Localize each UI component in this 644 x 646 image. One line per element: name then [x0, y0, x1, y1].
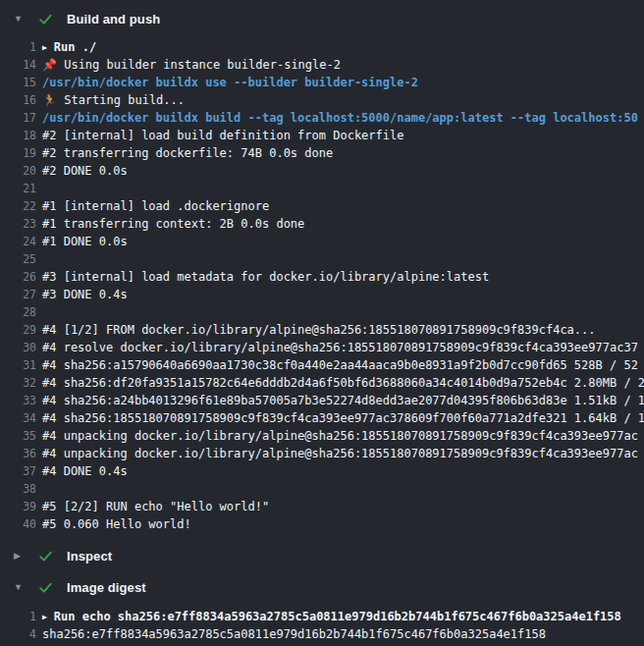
line-number: 35: [0, 427, 36, 445]
check-icon: [38, 549, 53, 564]
log-line[interactable]: 1▶Run echo sha256:e7ff8834a5963a2785c5a0…: [0, 608, 644, 625]
log-line[interactable]: 14📌 Using builder instance builder-singl…: [0, 56, 644, 74]
log-line[interactable]: 38: [0, 480, 644, 498]
log-line[interactable]: 31#4 sha256:a15790640a6690aa1730c38cf0a4…: [0, 356, 644, 374]
log-line[interactable]: 19#2 transferring dockerfile: 74B 0.0s d…: [0, 144, 644, 162]
line-number: 4: [0, 625, 36, 643]
log-line[interactable]: 4sha256:e7ff8834a5963a2785c5a0811e979d16…: [0, 625, 644, 643]
group-command-text: Run echo sha256:e7ff8834a5963a2785c5a081…: [54, 610, 621, 623]
log-line[interactable]: 30#4 resolve docker.io/library/alpine@sh…: [0, 339, 644, 356]
log-line[interactable]: 35#4 unpacking docker.io/library/alpine@…: [0, 427, 644, 445]
log-line[interactable]: 24#1 DONE 0.0s: [0, 233, 644, 250]
line-number: 38: [0, 480, 36, 498]
log-line[interactable]: 36#4 unpacking docker.io/library/alpine@…: [0, 445, 644, 462]
log-line[interactable]: 40#5 0.060 Hello world!: [0, 515, 644, 533]
check-icon: [38, 580, 53, 595]
line-number: 30: [0, 339, 36, 356]
log-text: #4 sha256:df20fa9351a15782c64e6dddb2d4a6…: [36, 374, 644, 392]
step-log-build-and-push: 1▶Run ./14📌 Using builder instance build…: [0, 38, 644, 533]
step-title: Inspect: [67, 549, 112, 564]
step-header-inspect[interactable]: ▶Inspect: [0, 545, 644, 566]
actions-log-viewer: ▼Build and push1▶Run ./14📌 Using builder…: [0, 0, 644, 646]
line-number: 33: [0, 392, 36, 409]
step-header-image-digest[interactable]: ▼Image digest: [0, 576, 644, 598]
line-number: 32: [0, 374, 36, 392]
log-line[interactable]: 26#3 [internal] load metadata for docker…: [0, 268, 644, 286]
command-log-text: /usr/bin/docker buildx use --builder bui…: [36, 74, 644, 91]
log-line[interactable]: 33#4 sha256:a24bb4013296f61e89ba57005a7b…: [0, 392, 644, 409]
log-line[interactable]: 27#3 DONE 0.4s: [0, 286, 644, 303]
command-log-text: /usr/bin/docker buildx build --tag local…: [36, 109, 644, 127]
log-line[interactable]: 20#2 DONE 0.0s: [0, 162, 644, 180]
log-text: #3 DONE 0.4s: [36, 286, 644, 303]
log-line[interactable]: 29#4 [1/2] FROM docker.io/library/alpine…: [0, 321, 644, 339]
chevron-right-icon[interactable]: ▶: [14, 552, 25, 561]
line-number: 20: [0, 162, 36, 180]
line-number: 24: [0, 233, 36, 250]
section-gap: [0, 566, 644, 576]
log-text: 🏃 Starting build...: [36, 91, 644, 109]
log-text: #4 DONE 0.4s: [36, 462, 644, 480]
line-number: 18: [0, 127, 36, 144]
line-number: 39: [0, 498, 36, 515]
line-number: 17: [0, 109, 36, 127]
line-number: 28: [0, 303, 36, 321]
line-number: 15: [0, 74, 36, 91]
chevron-down-icon[interactable]: ▼: [14, 15, 25, 24]
line-number: 16: [0, 91, 36, 109]
log-text: 📌 Using builder instance builder-single-…: [36, 56, 644, 74]
log-line[interactable]: 25: [0, 250, 644, 268]
log-text: #5 0.060 Hello world!: [36, 515, 644, 533]
line-number: 26: [0, 268, 36, 286]
log-line[interactable]: 32#4 sha256:df20fa9351a15782c64e6dddb2d4…: [0, 374, 644, 392]
log-text: #4 unpacking docker.io/library/alpine@sh…: [36, 445, 644, 462]
log-text: #1 [internal] load .dockerignore: [36, 197, 644, 215]
log-line[interactable]: 1▶Run ./: [0, 38, 644, 56]
log-text: #4 unpacking docker.io/library/alpine@sh…: [36, 427, 644, 445]
line-number: 19: [0, 144, 36, 162]
log-text: ▶Run echo sha256:e7ff8834a5963a2785c5a08…: [36, 608, 644, 626]
log-text: #2 [internal] load build definition from…: [36, 127, 644, 144]
line-number: 23: [0, 215, 36, 233]
log-line[interactable]: 39#5 [2/2] RUN echo "Hello world!": [0, 498, 644, 515]
line-number: 21: [0, 180, 36, 197]
check-icon: [38, 12, 53, 27]
log-text: #5 [2/2] RUN echo "Hello world!": [36, 498, 644, 515]
log-line[interactable]: 18#2 [internal] load build definition fr…: [0, 127, 644, 144]
line-number: 1: [0, 38, 36, 56]
group-expand-icon[interactable]: ▶: [42, 609, 47, 626]
step-title: Build and push: [67, 12, 160, 27]
log-line[interactable]: 23#1 transferring context: 2B 0.0s done: [0, 215, 644, 233]
log-line[interactable]: 21: [0, 180, 644, 197]
line-number: 1: [0, 608, 36, 625]
line-number: 22: [0, 197, 36, 215]
log-text: #1 DONE 0.0s: [36, 233, 644, 250]
log-line[interactable]: 22#1 [internal] load .dockerignore: [0, 197, 644, 215]
log-text: sha256:e7ff8834a5963a2785c5a0811e979d16b…: [36, 625, 644, 643]
log-line[interactable]: 16🏃 Starting build...: [0, 91, 644, 109]
line-number: 40: [0, 515, 36, 533]
line-number: 14: [0, 56, 36, 74]
log-line[interactable]: 34#4 sha256:185518070891758909c9f839cf4c…: [0, 409, 644, 427]
log-text: #4 resolve docker.io/library/alpine@sha2…: [36, 339, 644, 356]
line-number: 25: [0, 250, 36, 268]
group-command-text: Run ./: [54, 40, 96, 54]
step-log-image-digest: 1▶Run echo sha256:e7ff8834a5963a2785c5a0…: [0, 608, 644, 643]
line-number: 29: [0, 321, 36, 339]
log-text: ▶Run ./: [36, 38, 644, 57]
group-expand-icon[interactable]: ▶: [42, 39, 47, 57]
log-line[interactable]: 28: [0, 303, 644, 321]
log-line[interactable]: 15/usr/bin/docker buildx use --builder b…: [0, 74, 644, 91]
log-text: #3 [internal] load metadata for docker.i…: [36, 268, 644, 286]
log-text: #2 transferring dockerfile: 74B 0.0s don…: [36, 144, 644, 162]
step-header-build-and-push[interactable]: ▼Build and push: [0, 8, 644, 29]
log-line[interactable]: 17/usr/bin/docker buildx build --tag loc…: [0, 109, 644, 127]
line-number: 37: [0, 462, 36, 480]
log-text: #4 sha256:185518070891758909c9f839cf4ca3…: [36, 409, 644, 427]
log-line[interactable]: 37#4 DONE 0.4s: [0, 462, 644, 480]
log-text: #1 transferring context: 2B 0.0s done: [36, 215, 644, 233]
chevron-down-icon[interactable]: ▼: [14, 583, 25, 592]
line-number: 36: [0, 445, 36, 462]
log-text: #4 sha256:a15790640a6690aa1730c38cf0a440…: [36, 356, 644, 374]
line-number: 34: [0, 409, 36, 427]
